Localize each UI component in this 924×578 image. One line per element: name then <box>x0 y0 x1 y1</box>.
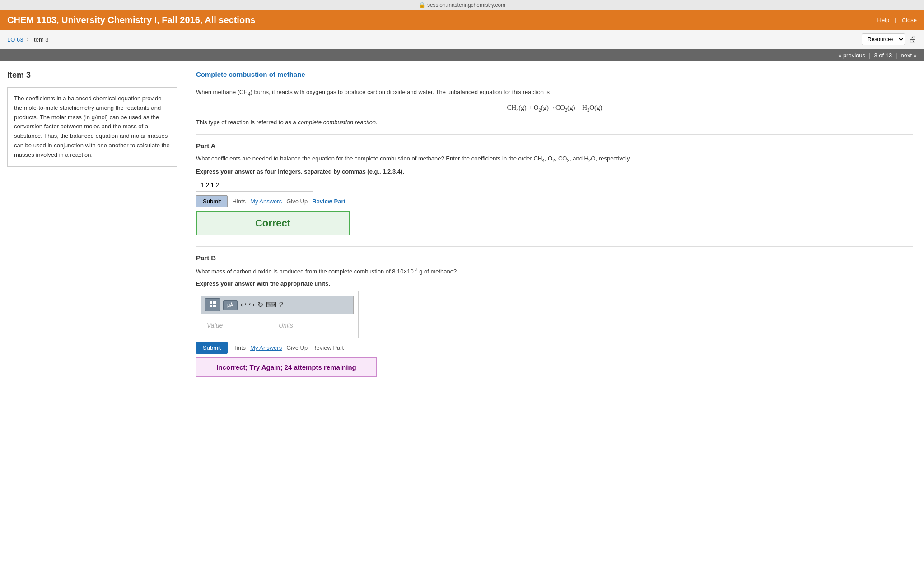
part-b-submit-button[interactable]: Submit <box>196 342 228 354</box>
main-content: Complete combustion of methane When meth… <box>185 61 924 578</box>
part-b-my-answers-link[interactable]: My Answers <box>250 344 282 351</box>
section-divider-1 <box>196 134 913 135</box>
sidebar-content-box: The coefficients in a balanced chemical … <box>7 87 177 167</box>
part-a-review-part-link[interactable]: Review Part <box>312 198 345 205</box>
sidebar-title: Item 3 <box>7 70 177 80</box>
part-b-hints-link[interactable]: Hints <box>232 344 246 351</box>
keyboard-icon[interactable]: ⌨ <box>266 301 276 309</box>
intro-text-1: When methane (CH <box>196 89 248 95</box>
previous-link[interactable]: « previous <box>838 52 865 59</box>
formula-toolbar: μÅ ↩ ↪ ↻ ⌨ ? <box>201 296 354 314</box>
help-toolbar-icon[interactable]: ? <box>279 301 283 309</box>
breadcrumb-item: Item 3 <box>32 36 48 43</box>
header-divider: | <box>895 17 896 23</box>
part-b-action-bar: Submit Hints My Answers Give Up Review P… <box>196 342 913 354</box>
part-a-hints-link[interactable]: Hints <box>232 198 246 205</box>
part-a-input[interactable] <box>196 179 313 192</box>
browser-bar: 🔒 session.masteringchemistry.com <box>0 0 924 10</box>
part-b-incorrect-banner: Incorrect; Try Again; 24 attempts remain… <box>196 357 377 377</box>
part-a-instruction: Express your answer as four integers, se… <box>196 168 913 175</box>
intro-text-2: ) burns, it reacts with oxygen gas to pr… <box>250 89 549 95</box>
breadcrumb-bar: LO 63 › Item 3 Resources 🖨 <box>0 30 924 49</box>
section-title: Complete combustion of methane <box>196 70 913 82</box>
complete-combustion-note: complete combustion reaction. <box>298 119 377 126</box>
unit-button[interactable]: μÅ <box>223 300 238 310</box>
matrix-button[interactable] <box>205 298 220 311</box>
formula-input-box: μÅ ↩ ↪ ↻ ⌨ ? Value Units <box>196 291 359 338</box>
lock-icon: 🔒 <box>419 2 425 8</box>
part-a-section: Part A What coefficients are needed to b… <box>196 142 913 239</box>
sidebar: Item 3 The coefficients in a balanced ch… <box>0 61 185 578</box>
resources-select[interactable]: Resources <box>862 33 905 45</box>
app-title: CHEM 1103, University Chemistry I, Fall … <box>7 15 255 25</box>
url-text: session.masteringchemistry.com <box>427 2 505 8</box>
part-a-submit-button[interactable]: Submit <box>196 195 228 207</box>
nav-divider: | <box>869 52 870 59</box>
value-units-row: Value Units <box>201 318 354 333</box>
page-info: 3 of 13 <box>874 52 892 59</box>
intro-line2: This type of reaction is referred to as … <box>196 118 913 127</box>
print-icon[interactable]: 🖨 <box>909 35 917 44</box>
part-a-my-answers-link[interactable]: My Answers <box>250 198 282 205</box>
app-header: CHEM 1103, University Chemistry I, Fall … <box>0 10 924 30</box>
help-link[interactable]: Help <box>877 17 890 23</box>
svg-rect-2 <box>210 305 212 307</box>
sidebar-description: The coefficients in a balanced chemical … <box>14 95 170 158</box>
part-b-review-part-link[interactable]: Review Part <box>312 344 344 351</box>
part-a-correct-banner: Correct <box>196 211 350 235</box>
lo-link[interactable]: LO 63 <box>7 36 23 43</box>
svg-rect-3 <box>213 305 216 307</box>
nav-divider2: | <box>896 52 897 59</box>
part-b-give-up-link[interactable]: Give Up <box>286 344 308 351</box>
part-b-instruction: Express your answer with the appropriate… <box>196 280 913 287</box>
equation-block: CH4(g) + O2(g)→CO2(g) + H2O(g) <box>196 103 913 113</box>
equation-text: CH4(g) + O2(g)→CO2(g) + H2O(g) <box>507 104 602 111</box>
part-b-section: Part B What mass of carbon dioxide is pr… <box>196 254 913 377</box>
part-a-question: What coefficients are needed to balance … <box>196 154 913 164</box>
part-a-action-bar: Submit Hints My Answers Give Up Review P… <box>196 195 913 207</box>
svg-rect-1 <box>213 301 216 304</box>
part-b-title: Part B <box>196 254 913 262</box>
breadcrumb-chevron-icon: › <box>27 36 28 42</box>
redo-icon[interactable]: ↪ <box>249 301 255 309</box>
main-layout: Item 3 The coefficients in a balanced ch… <box>0 61 924 578</box>
refresh-icon[interactable]: ↻ <box>257 301 263 309</box>
part-a-title: Part A <box>196 142 913 150</box>
units-field[interactable]: Units <box>273 318 327 333</box>
header-links: Help | Close <box>877 17 917 23</box>
undo-icon[interactable]: ↩ <box>240 301 246 309</box>
svg-rect-0 <box>210 301 212 304</box>
nav-bar: « previous | 3 of 13 | next » <box>0 49 924 61</box>
breadcrumb-right: Resources 🖨 <box>862 33 917 45</box>
section-divider-2 <box>196 246 913 247</box>
intro-line1: When methane (CH4) burns, it reacts with… <box>196 88 913 98</box>
value-field[interactable]: Value <box>201 318 273 333</box>
part-b-question: What mass of carbon dioxide is produced … <box>196 266 913 277</box>
part-a-give-up-link[interactable]: Give Up <box>286 198 308 205</box>
close-link[interactable]: Close <box>902 17 917 23</box>
matrix-icon <box>209 301 216 308</box>
next-link[interactable]: next » <box>901 52 917 59</box>
breadcrumb-left: LO 63 › Item 3 <box>7 36 49 43</box>
